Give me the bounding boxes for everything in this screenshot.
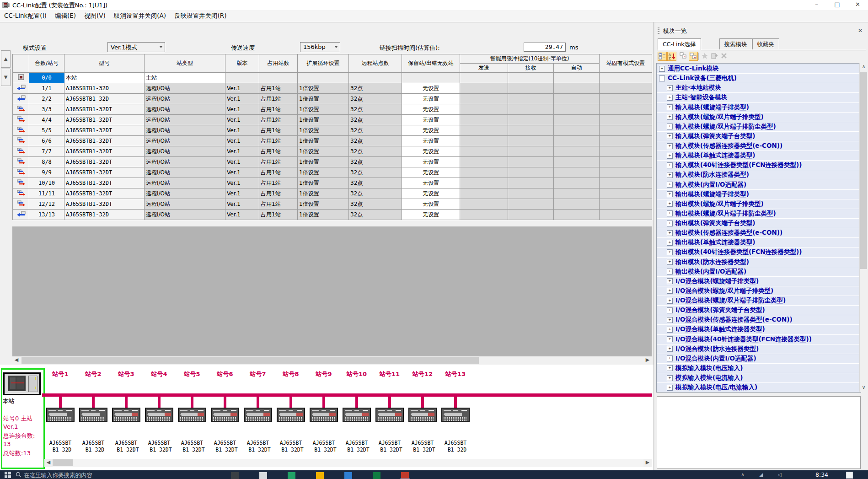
- expand-icon[interactable]: +: [667, 240, 673, 246]
- cell-model[interactable]: AJ65SBTB1-32DT: [64, 136, 145, 146]
- expand-structure-icon[interactable]: [658, 52, 667, 61]
- remote-module-image[interactable]: [145, 408, 173, 422]
- tree-item[interactable]: +通用CC-Link模块: [657, 64, 861, 73]
- cell-version[interactable]: Ver.1: [225, 83, 259, 94]
- app-icon-6[interactable]: [373, 472, 380, 479]
- expand-icon[interactable]: +: [667, 317, 673, 323]
- cell-station[interactable]: 4/4: [29, 115, 64, 125]
- tree-item[interactable]: +输出模块(弹簧夹端子台类型): [657, 218, 861, 228]
- tree-vscrollbar[interactable]: ∧ ∨: [859, 63, 868, 392]
- cell-empty[interactable]: [460, 136, 508, 146]
- tree-item[interactable]: +输入模块(传感器连接器类型(e-CON)): [657, 141, 861, 151]
- cell-ext[interactable]: 1倍设置: [298, 94, 349, 104]
- sort-az-icon[interactable]: AZ: [667, 52, 676, 61]
- io-module-icon[interactable]: [13, 146, 29, 157]
- cell-reserve[interactable]: 无设置: [402, 167, 460, 178]
- tree-item[interactable]: +输入模块(弹簧夹端子台类型): [657, 131, 861, 141]
- cell-points[interactable]: 32点: [349, 83, 402, 94]
- expand-icon[interactable]: +: [667, 307, 673, 313]
- app-icon-3[interactable]: [288, 472, 295, 479]
- remote-module-image[interactable]: [244, 408, 272, 422]
- search-icon[interactable]: [16, 472, 21, 478]
- cell-points[interactable]: 32点: [349, 188, 402, 199]
- expand-icon[interactable]: +: [667, 288, 673, 294]
- tree-item[interactable]: +模拟输入模块(电流输入): [657, 373, 861, 382]
- tree-item[interactable]: +输出模块(螺旋/双片端子排防尘类型): [657, 209, 861, 218]
- scroll-down-icon[interactable]: ∨: [860, 384, 868, 392]
- tab-cclink-select[interactable]: CC-Link选择: [658, 38, 701, 50]
- tray-network-icon[interactable]: ◢: [759, 472, 763, 478]
- tree-item[interactable]: +输入模块(防水连接器类型): [657, 170, 861, 179]
- cell-version[interactable]: Ver.1: [225, 167, 259, 178]
- tree-item[interactable]: +模拟输入模块(电压输入): [657, 363, 861, 373]
- input-module-icon[interactable]: [13, 210, 29, 220]
- scrollbar-thumb[interactable]: [53, 459, 73, 466]
- expand-all-icon[interactable]: [689, 52, 698, 61]
- expand-icon[interactable]: +: [667, 327, 673, 333]
- cell-reserve[interactable]: 无设置: [402, 178, 460, 188]
- cell-ext[interactable]: 1倍设置: [298, 178, 349, 188]
- tree-item[interactable]: +输入模块(螺旋/双片端子排防尘类型): [657, 122, 861, 131]
- cell-ext[interactable]: 1倍设置: [298, 115, 349, 125]
- cell-station[interactable]: 12/12: [29, 199, 64, 210]
- tree-item[interactable]: +I/O混合模块(40针连接器类型(FCN连接器类型)): [657, 334, 861, 344]
- menu-item-4[interactable]: 取消设置并关闭(A): [110, 10, 170, 22]
- tree-item[interactable]: +输出模块(传感器连接器类型(e-CON)): [657, 228, 861, 237]
- cell-empty[interactable]: [554, 210, 600, 220]
- speed-select[interactable]: 156kbp: [300, 42, 340, 52]
- cell-occupied[interactable]: 占用1站: [259, 178, 298, 188]
- tree-item[interactable]: +输出模块(单触式连接器类型): [657, 237, 861, 247]
- cell-type[interactable]: 远程I/O站: [145, 210, 225, 220]
- remote-module-image[interactable]: [46, 408, 75, 422]
- cell-station[interactable]: 9/9: [29, 167, 64, 178]
- cell-model[interactable]: AJ65SBTB1-32DT: [64, 188, 145, 199]
- cell-empty[interactable]: [460, 167, 508, 178]
- tree-item[interactable]: +I/O混合模块(单触式连接器类型): [657, 324, 861, 334]
- cell-version[interactable]: Ver.1: [225, 157, 259, 167]
- cell-model[interactable]: AJ65SBTB1-32DT: [64, 125, 145, 136]
- cell-type[interactable]: 远程I/O站: [145, 125, 225, 136]
- tree-item[interactable]: +主站·智能设备模块: [657, 92, 861, 102]
- expand-icon[interactable]: +: [659, 66, 665, 72]
- cell-occupied[interactable]: 占用1站: [259, 83, 298, 94]
- cell-points[interactable]: 32点: [349, 146, 402, 157]
- cell-empty[interactable]: [508, 157, 554, 167]
- delete-icon[interactable]: [720, 52, 729, 61]
- cell-version[interactable]: Ver.1: [225, 146, 259, 157]
- cell-empty[interactable]: [600, 125, 652, 136]
- cell-occupied[interactable]: [259, 73, 298, 83]
- io-module-icon[interactable]: [13, 199, 29, 210]
- cell-type[interactable]: 远程I/O站: [145, 178, 225, 188]
- tray-volume-icon[interactable]: ◁: [777, 472, 781, 478]
- io-module-icon[interactable]: [13, 125, 29, 136]
- io-module-icon[interactable]: [13, 178, 29, 188]
- cell-version[interactable]: Ver.1: [225, 136, 259, 146]
- cell-station[interactable]: 7/7: [29, 146, 64, 157]
- scroll-right-icon[interactable]: ▶: [643, 459, 652, 467]
- expand-icon[interactable]: +: [667, 278, 673, 284]
- cell-reserve[interactable]: 无设置: [402, 94, 460, 104]
- cell-empty[interactable]: [600, 188, 652, 199]
- cell-empty[interactable]: [508, 83, 554, 94]
- remote-module-image[interactable]: [178, 408, 206, 422]
- cell-empty[interactable]: [554, 178, 600, 188]
- cell-reserve[interactable]: 无设置: [402, 157, 460, 167]
- cell-station[interactable]: 8/8: [29, 157, 64, 167]
- tree-item[interactable]: −CC-Link设备(三菱电机): [657, 73, 861, 83]
- remote-module-image[interactable]: [343, 408, 371, 422]
- tree-item[interactable]: +输入模块(单触式连接器类型): [657, 151, 861, 160]
- scroll-down-button[interactable]: ▼: [1, 69, 11, 86]
- io-module-icon[interactable]: [13, 115, 29, 125]
- cell-reserve[interactable]: 无设置: [402, 104, 460, 115]
- tree-item[interactable]: +I/O混合模块(螺旋/双片端子排防尘类型): [657, 296, 861, 305]
- cell-empty[interactable]: [460, 104, 508, 115]
- cell-occupied[interactable]: 占用1站: [259, 167, 298, 178]
- cell-occupied[interactable]: 占用1站: [259, 104, 298, 115]
- cell-empty[interactable]: [554, 167, 600, 178]
- notification-icon[interactable]: [846, 472, 853, 479]
- drag-grip-icon[interactable]: [658, 27, 659, 35]
- cell-station[interactable]: 1/1: [29, 83, 64, 94]
- cell-empty[interactable]: [600, 146, 652, 157]
- cell-points[interactable]: 32点: [349, 178, 402, 188]
- cell-empty[interactable]: [554, 188, 600, 199]
